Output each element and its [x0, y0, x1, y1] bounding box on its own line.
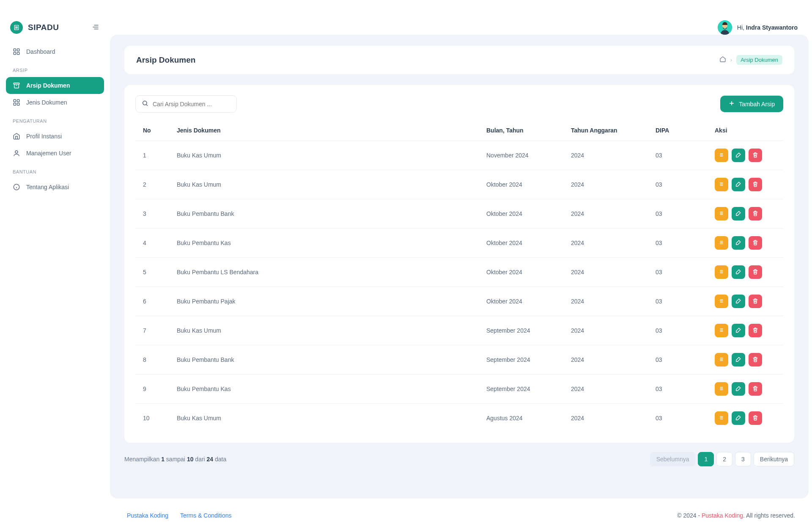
edit-icon [735, 415, 741, 422]
cell-tahun: 2024 [563, 316, 648, 345]
cell-jenis: Buku Kas Umum [169, 404, 479, 433]
col-bulan: Bulan, Tahun [479, 120, 563, 141]
cell-dipa: 03 [648, 345, 707, 375]
svg-line-24 [146, 105, 148, 106]
cell-tahun: 2024 [563, 229, 648, 258]
pagination-page-3[interactable]: 3 [735, 452, 751, 466]
pagination-page-2[interactable]: 2 [716, 452, 732, 466]
cell-tahun: 2024 [563, 375, 648, 404]
list-icon [719, 356, 724, 364]
detail-button[interactable] [715, 411, 728, 425]
page-title: Arsip Dokumen [136, 55, 195, 65]
edit-icon [735, 327, 741, 334]
trash-icon [752, 269, 758, 276]
cell-jenis: Buku Pembantu Bank [169, 199, 479, 229]
cell-no: 9 [135, 375, 169, 404]
cell-tahun: 2024 [563, 345, 648, 375]
table-footer: Menampilkan 1 sampai 10 dari 24 data Seb… [124, 452, 794, 466]
detail-button[interactable] [715, 178, 728, 191]
cell-jenis: Buku Pembantu LS Bendahara [169, 258, 479, 287]
detail-button[interactable] [715, 149, 728, 162]
trash-icon [752, 415, 758, 422]
cell-no: 3 [135, 199, 169, 229]
edit-icon [735, 269, 741, 276]
edit-button[interactable] [732, 149, 745, 162]
plus-icon [729, 100, 735, 107]
cell-dipa: 03 [648, 258, 707, 287]
sidebar-item-label: Profil Instansi [26, 133, 62, 140]
detail-button[interactable] [715, 236, 728, 250]
cell-tahun: 2024 [563, 141, 648, 170]
cell-bulan: Oktober 2024 [479, 199, 563, 229]
delete-button[interactable] [749, 265, 762, 279]
edit-button[interactable] [732, 265, 745, 279]
detail-button[interactable] [715, 295, 728, 308]
detail-button[interactable] [715, 265, 728, 279]
edit-icon [735, 356, 741, 364]
delete-button[interactable] [749, 411, 762, 425]
list-icon [719, 269, 724, 276]
sidebar-item-arsip-dokumen[interactable]: Arsip Dokumen [6, 77, 104, 94]
svg-rect-9 [14, 52, 16, 55]
page-header: Arsip Dokumen › Arsip Dokumen [124, 46, 794, 74]
detail-button[interactable] [715, 207, 728, 220]
sidebar-item-tentang-aplikasi[interactable]: Tentang Aplikasi [6, 179, 104, 196]
sidebar-item-dashboard[interactable]: Dashboard [6, 43, 104, 60]
svg-point-23 [143, 101, 147, 105]
list-icon [719, 240, 724, 247]
sidebar-item-label: Jenis Dokumen [26, 99, 67, 106]
pagination-next[interactable]: Berikutnya [754, 452, 794, 466]
delete-button[interactable] [749, 324, 762, 337]
detail-button[interactable] [715, 324, 728, 337]
detail-button[interactable] [715, 353, 728, 366]
trash-icon [752, 240, 758, 247]
edit-button[interactable] [732, 382, 745, 396]
edit-button[interactable] [732, 353, 745, 366]
sidebar-item-jenis-dokumen[interactable]: Jenis Dokumen [6, 94, 104, 111]
edit-button[interactable] [732, 295, 745, 308]
edit-icon [735, 210, 741, 218]
pagination-prev[interactable]: Sebelumnya [650, 452, 696, 466]
user-menu[interactable]: Hi, Indra Styawantoro [718, 20, 798, 35]
table-row: 10Buku Kas UmumAgustus 2024202403 [135, 404, 783, 433]
sidebar-item-profil-instansi[interactable]: Profil Instansi [6, 128, 104, 145]
brand[interactable]: SIPADU [10, 21, 59, 34]
sidebar-section-title: BANTUAN [6, 162, 104, 179]
delete-button[interactable] [749, 207, 762, 220]
cell-dipa: 03 [648, 375, 707, 404]
cell-aksi [707, 258, 783, 287]
edit-button[interactable] [732, 411, 745, 425]
avatar [718, 20, 732, 35]
cell-dipa: 03 [648, 170, 707, 199]
delete-button[interactable] [749, 178, 762, 191]
search-input[interactable] [153, 101, 230, 107]
breadcrumb: › Arsip Dokumen [719, 55, 782, 65]
trash-icon [752, 386, 758, 393]
table-row: 4Buku Pembantu KasOktober 2024202403 [135, 229, 783, 258]
footer: Pustaka Koding Terms & Conditions © 2024… [110, 502, 812, 529]
table-row: 9Buku Pembantu KasSeptember 2024202403 [135, 375, 783, 404]
delete-button[interactable] [749, 353, 762, 366]
edit-button[interactable] [732, 207, 745, 220]
edit-button[interactable] [732, 324, 745, 337]
cell-tahun: 2024 [563, 404, 648, 433]
menu-toggle-icon[interactable] [91, 23, 100, 32]
search-icon [142, 100, 148, 108]
footer-link-pustaka[interactable]: Pustaka Koding [127, 512, 168, 519]
delete-button[interactable] [749, 382, 762, 396]
edit-button[interactable] [732, 236, 745, 250]
delete-button[interactable] [749, 236, 762, 250]
home-icon[interactable] [719, 56, 726, 64]
search-box[interactable] [135, 95, 237, 113]
pagination-page-1[interactable]: 1 [698, 452, 714, 466]
delete-button[interactable] [749, 149, 762, 162]
detail-button[interactable] [715, 382, 728, 396]
edit-button[interactable] [732, 178, 745, 191]
footer-link-terms[interactable]: Terms & Conditions [180, 512, 231, 519]
cell-bulan: Oktober 2024 [479, 258, 563, 287]
sidebar-item-manajemen-user[interactable]: Manajemen User [6, 145, 104, 162]
col-tahun: Tahun Anggaran [563, 120, 648, 141]
delete-button[interactable] [749, 295, 762, 308]
cell-jenis: Buku Pembantu Kas [169, 375, 479, 404]
add-arsip-button[interactable]: Tambah Arsip [720, 96, 783, 112]
